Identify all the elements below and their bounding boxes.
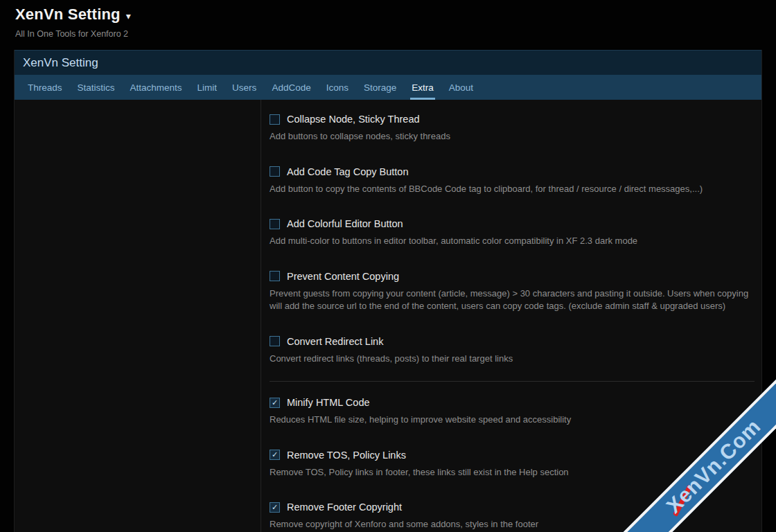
screen: XenVn Setting ▾ All In One Tools for Xen… bbox=[0, 0, 776, 532]
tab-about[interactable]: About bbox=[441, 75, 481, 100]
option-row-collapse-node: Collapse Node, Sticky Thread Add buttons… bbox=[270, 114, 755, 143]
option-description: Add multi-color to buttons in editor too… bbox=[270, 235, 751, 248]
group-divider bbox=[270, 381, 755, 382]
settings-panel: XenVn Setting Threads Statistics Attachm… bbox=[14, 50, 762, 532]
tab-threads[interactable]: Threads bbox=[20, 75, 70, 100]
checkbox-prevent-copying[interactable] bbox=[270, 271, 280, 281]
tab-limit[interactable]: Limit bbox=[190, 75, 225, 100]
page-subtitle: All In One Tools for Xenforo 2 bbox=[15, 29, 131, 39]
option-row-colorful-editor: Add Colorful Editor Button Add multi-col… bbox=[270, 218, 755, 248]
option-row-prevent-copying: Prevent Content Copying Prevent guests f… bbox=[270, 271, 755, 313]
option-label[interactable]: Prevent Content Copying bbox=[287, 271, 399, 282]
dropdown-caret-icon[interactable]: ▾ bbox=[126, 10, 131, 21]
checkbox-remove-copyright[interactable]: ✓ bbox=[270, 502, 280, 513]
checkbox-code-tag-copy[interactable] bbox=[270, 166, 280, 177]
option-row-convert-redirect: Convert Redirect Link Convert redirect l… bbox=[270, 336, 755, 366]
tab-users[interactable]: Users bbox=[224, 75, 264, 100]
option-description: Add button to copy the contents of BBCod… bbox=[270, 183, 751, 196]
option-label[interactable]: Minify HTML Code bbox=[287, 397, 370, 408]
checkbox-remove-tos[interactable]: ✓ bbox=[270, 450, 280, 460]
option-row-minify-html: ✓ Minify HTML Code Reduces HTML file siz… bbox=[270, 397, 755, 427]
left-pane bbox=[15, 100, 261, 532]
panel-header: XenVn Setting bbox=[15, 50, 761, 75]
page-title: XenVn Setting bbox=[15, 6, 121, 24]
panel-header-title: XenVn Setting bbox=[23, 56, 98, 70]
tab-statistics[interactable]: Statistics bbox=[70, 75, 123, 100]
option-description: Reduces HTML file size, helping to impro… bbox=[270, 414, 751, 427]
option-row-code-tag-copy: Add Code Tag Copy Button Add button to c… bbox=[270, 166, 755, 196]
option-description: Add buttons to collapse nodes, sticky th… bbox=[270, 130, 751, 143]
option-label[interactable]: Add Code Tag Copy Button bbox=[287, 166, 408, 177]
checkbox-minify-html[interactable]: ✓ bbox=[270, 398, 280, 408]
checkbox-convert-redirect[interactable] bbox=[270, 336, 280, 346]
checkbox-colorful-editor[interactable] bbox=[270, 219, 280, 229]
option-label[interactable]: Remove Footer Copyright bbox=[287, 502, 402, 513]
option-label[interactable]: Remove TOS, Policy Links bbox=[287, 450, 406, 461]
checkbox-collapse-node[interactable] bbox=[270, 114, 280, 125]
option-description: Prevent guests from copying your content… bbox=[270, 287, 751, 313]
page-header: XenVn Setting ▾ All In One Tools for Xen… bbox=[15, 6, 131, 39]
option-label[interactable]: Collapse Node, Sticky Thread bbox=[287, 114, 420, 125]
page-title-row[interactable]: XenVn Setting ▾ bbox=[15, 6, 131, 24]
tab-storage[interactable]: Storage bbox=[356, 75, 404, 100]
tab-attachments[interactable]: Attachments bbox=[123, 75, 190, 100]
tab-extra[interactable]: Extra bbox=[404, 75, 441, 100]
tab-addcode[interactable]: AddCode bbox=[264, 75, 318, 100]
panel-body: Collapse Node, Sticky Thread Add buttons… bbox=[15, 100, 761, 532]
option-label[interactable]: Convert Redirect Link bbox=[287, 336, 383, 347]
option-label[interactable]: Add Colorful Editor Button bbox=[287, 218, 403, 229]
tab-bar: Threads Statistics Attachments Limit Use… bbox=[15, 75, 761, 100]
option-description: Convert redirect links (threads, posts) … bbox=[270, 353, 751, 366]
tab-icons[interactable]: Icons bbox=[319, 75, 356, 100]
options-list: Collapse Node, Sticky Thread Add buttons… bbox=[261, 100, 761, 532]
